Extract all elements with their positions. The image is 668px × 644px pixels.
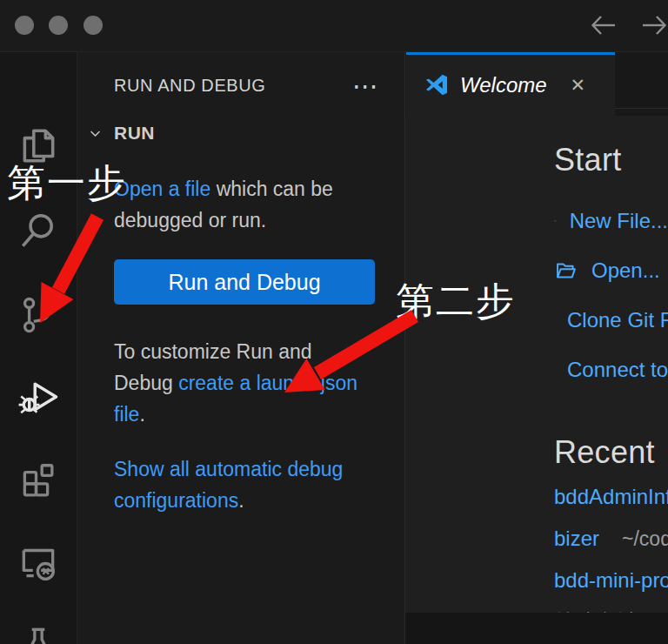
title-bar (0, 0, 668, 52)
show-all-hint: Show all automatic debug configurations. (114, 453, 359, 516)
traffic-light-minimize-icon[interactable] (49, 16, 68, 35)
recent-item-name: bizer (554, 527, 599, 551)
run-section-header[interactable]: RUN (88, 123, 404, 144)
recent-item-name: bddAdminInfo (554, 485, 668, 509)
back-icon[interactable] (588, 11, 619, 39)
tab-welcome[interactable]: Welcome ✕ (406, 52, 615, 116)
new-file-icon (554, 209, 557, 233)
start-item-label: Connect to... (567, 358, 668, 382)
start-item-new-file[interactable]: New File... (554, 196, 668, 245)
testing-icon[interactable] (17, 623, 60, 644)
start-list: New File... Open... Clone Git Repository… (554, 196, 668, 394)
extensions-icon[interactable] (17, 458, 60, 501)
traffic-light-zoom-icon[interactable] (84, 16, 103, 35)
editor-bottom-edge (405, 613, 668, 644)
tab-bar: Welcome ✕ (405, 52, 668, 116)
customize-hint-suffix: . (139, 403, 144, 426)
start-heading: Start (554, 142, 668, 178)
welcome-page: Start New File... Open... C (405, 116, 668, 644)
step2-annotation: 第二步 (396, 281, 516, 321)
customize-hint: To customize Run and Debug create a laun… (114, 336, 359, 430)
tab-close-icon[interactable]: ✕ (571, 75, 586, 96)
tab-label: Welcome (460, 73, 547, 97)
start-item-clone[interactable]: Clone Git Repository... (554, 295, 668, 345)
vscode-logo-icon (424, 73, 449, 97)
recent-item[interactable]: bizer ~/code (554, 518, 668, 560)
start-item-label: Open... (591, 258, 660, 283)
run-and-debug-button[interactable]: Run and Debug (114, 259, 375, 305)
open-a-file-link[interactable]: Open a file (114, 178, 210, 200)
recent-heading: Recent (554, 434, 668, 471)
activity-bar (0, 52, 77, 644)
run-and-debug-panel: RUN AND DEBUG ⋯ RUN Open a file which ca… (77, 52, 405, 644)
source-control-icon[interactable] (17, 293, 60, 337)
run-section-label: RUN (114, 123, 155, 144)
start-item-label: Clone Git Repository... (567, 308, 668, 332)
show-all-hint-suffix: . (238, 489, 244, 512)
traffic-light-close-icon[interactable] (15, 16, 34, 35)
start-item-label: New File... (570, 209, 668, 233)
search-icon[interactable] (17, 209, 60, 252)
remote-explorer-icon[interactable] (17, 540, 60, 584)
recent-item[interactable]: bddAdminInfo (554, 476, 668, 518)
start-item-open[interactable]: Open... (554, 245, 668, 295)
more-actions-icon[interactable]: ⋯ (352, 79, 378, 93)
editor-group: Welcome ✕ Start New File... Open... (405, 52, 668, 644)
start-item-connect[interactable]: Connect to... (554, 345, 668, 394)
open-folder-icon (554, 258, 578, 283)
recent-item-name: bdd-mini-program (554, 568, 668, 593)
run-and-debug-icon[interactable] (17, 374, 60, 418)
recent-item-path: ~/code (622, 527, 668, 551)
tab-bar-filler (615, 52, 668, 109)
open-file-hint: Open a file which can be debugged or run… (114, 173, 359, 236)
step1-annotation: 第一步 (7, 163, 127, 203)
panel-title: RUN AND DEBUG (114, 76, 266, 96)
show-all-configs-link[interactable]: Show all automatic debug configurations (114, 458, 343, 512)
chevron-down-icon (88, 126, 103, 141)
forward-icon[interactable] (638, 11, 668, 39)
recent-item[interactable]: bdd-mini-program (554, 560, 668, 601)
